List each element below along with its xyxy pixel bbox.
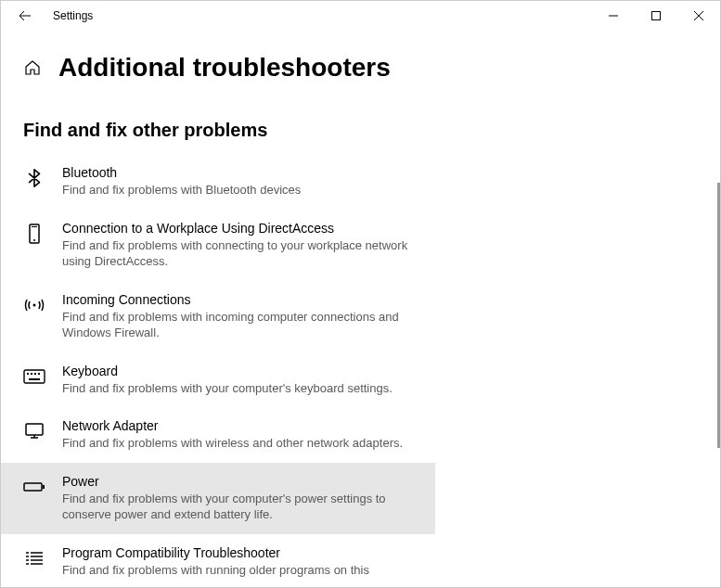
item-desc: Find and fix problems with incoming comp… [62,309,413,341]
item-body: Keyboard Find and fix problems with your… [62,364,413,397]
item-title: Program Compatibility Troubleshooter [62,545,413,560]
item-desc: Find and fix problems with your computer… [62,380,413,397]
minimize-button[interactable] [592,1,635,31]
svg-rect-0 [652,12,661,20]
troubleshooter-list: Bluetooth Find and fix problems with Blu… [1,154,720,588]
home-button[interactable] [23,58,42,77]
troubleshooter-network-adapter[interactable]: Network Adapter Find and fix problems wi… [1,407,435,463]
maximize-icon [651,11,661,20]
svg-rect-12 [24,483,42,491]
item-body: Incoming Connections Find and fix proble… [62,292,413,341]
maximize-button[interactable] [635,1,677,31]
close-button[interactable] [677,1,720,31]
item-body: Power Find and fix problems with your co… [62,474,413,523]
titlebar: Settings [1,1,720,31]
svg-rect-7 [31,373,32,375]
troubleshooter-incoming[interactable]: Incoming Connections Find and fix proble… [1,281,435,352]
item-body: Program Compatibility Troubleshooter Fin… [62,545,413,579]
svg-rect-11 [26,424,43,435]
page-title: Additional troubleshooters [58,53,391,83]
scrollbar[interactable] [717,183,720,448]
svg-rect-10 [29,378,40,380]
troubleshooter-bluetooth[interactable]: Bluetooth Find and fix problems with Blu… [1,154,435,210]
home-icon [24,59,41,76]
item-title: Connection to a Workplace Using DirectAc… [62,221,413,236]
item-desc: Find and fix problems with your computer… [62,491,413,523]
page-header: Additional troubleshooters [1,31,720,94]
svg-rect-9 [38,373,40,375]
bluetooth-icon [23,167,45,189]
item-title: Incoming Connections [62,292,413,307]
svg-point-4 [33,303,36,306]
minimize-icon [609,11,618,20]
back-arrow-icon [18,8,32,23]
svg-rect-6 [27,373,29,375]
svg-point-2 [33,239,35,241]
item-desc: Find and fix problems with connecting to… [62,237,413,270]
incoming-icon [23,294,45,316]
item-body: Bluetooth Find and fix problems with Blu… [62,165,413,198]
item-desc: Find and fix problems with wireless and … [62,435,413,452]
network-icon [23,420,45,442]
compat-icon [23,547,45,569]
svg-rect-8 [34,373,36,375]
close-icon [694,11,703,20]
item-title: Power [62,474,413,489]
window-title: Settings [53,9,93,22]
item-desc: Find and fix problems with running older… [62,562,413,579]
workplace-icon [23,223,45,245]
keyboard-icon [23,365,45,388]
item-title: Keyboard [62,364,413,378]
svg-rect-3 [32,226,37,227]
troubleshooter-compatibility[interactable]: Program Compatibility Troubleshooter Fin… [1,534,435,588]
item-body: Connection to a Workplace Using DirectAc… [62,221,413,270]
item-title: Network Adapter [62,418,413,433]
troubleshooter-keyboard[interactable]: Keyboard Find and fix problems with your… [1,352,435,408]
section-title: Find and fix other problems [1,94,720,154]
back-button[interactable] [12,3,38,29]
troubleshooter-directaccess[interactable]: Connection to a Workplace Using DirectAc… [1,210,435,281]
troubleshooter-power[interactable]: Power Find and fix problems with your co… [1,463,435,534]
item-title: Bluetooth [62,165,413,180]
power-icon [23,476,45,498]
item-desc: Find and fix problems with Bluetooth dev… [62,182,413,198]
item-body: Network Adapter Find and fix problems wi… [62,418,413,452]
svg-rect-13 [43,485,45,489]
window-controls [592,1,720,31]
svg-rect-5 [24,370,45,383]
